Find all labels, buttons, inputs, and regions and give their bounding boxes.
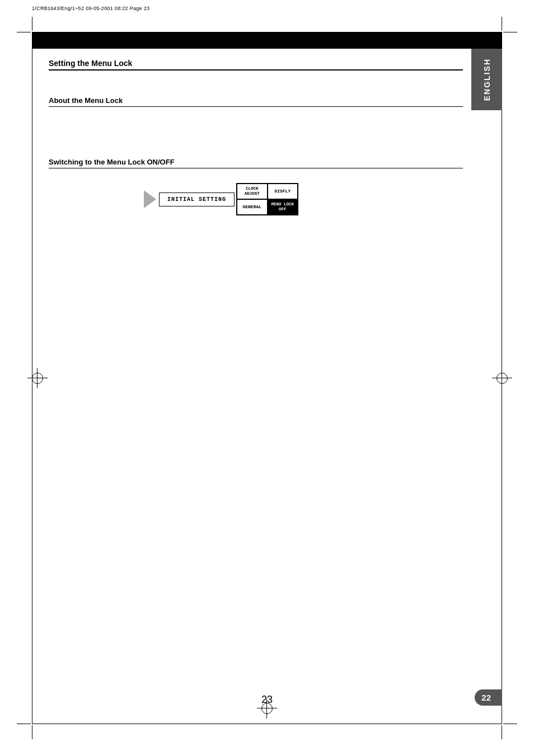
menu-cell-clock-adjust: CLOCK ADJUST (237, 184, 268, 199)
menu-cell-disfly: DISFLY (268, 184, 298, 199)
page-number-center: 23 (261, 694, 273, 706)
header-bar (32, 32, 502, 49)
crop-mark-br-v (502, 725, 502, 739)
initial-setting-label: INITIAL SETTING (167, 196, 226, 203)
menu-grid: CLOCK ADJUST DISFLY GENERAL MENU LOCK OF… (236, 183, 298, 215)
crop-mark-tl-v (32, 17, 32, 31)
about-section-title: About the Menu Lock (49, 96, 463, 107)
page-badge: 22 (475, 689, 502, 706)
header-meta: 1/CRB1643/Eng/1~52 09-05-2001 08:22 Page… (32, 6, 149, 11)
crop-mark-bl-v (32, 725, 32, 739)
arrow-icon (144, 190, 156, 208)
crop-mark-tr-h (503, 32, 517, 32)
menu-cell-general: GENERAL (237, 199, 268, 215)
menu-diagram: INITIAL SETTING CLOCK ADJUST DISFLY GENE… (144, 183, 298, 215)
crop-mark-br-h (503, 724, 517, 724)
reg-mark-left (32, 373, 43, 384)
switching-section-title: Switching to the Menu Lock ON/OFF (49, 158, 463, 168)
initial-setting-box: INITIAL SETTING (159, 192, 235, 206)
menu-cell-menulock: MENU LOCK OFF (268, 199, 298, 215)
reg-mark-right (496, 373, 508, 384)
main-section-title: Setting the Menu Lock (49, 59, 463, 71)
crop-mark-bl-h (17, 724, 31, 724)
crop-mark-tl-h (17, 32, 31, 32)
content-area: Setting the Menu Lock About the Menu Loc… (32, 49, 502, 724)
crop-mark-tr-v (502, 17, 502, 31)
